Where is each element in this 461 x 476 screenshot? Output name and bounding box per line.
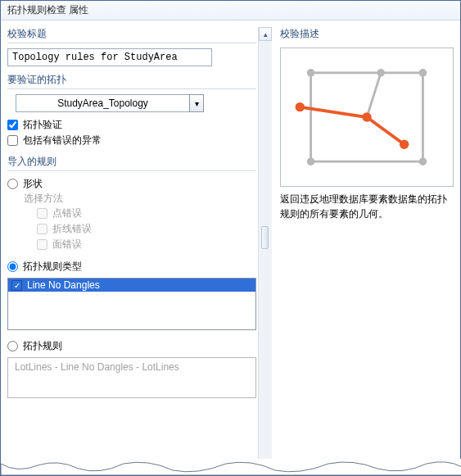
polyline-error-row: 折线错误 — [37, 221, 256, 237]
chevron-down-icon: ▾ — [195, 99, 199, 108]
polyline-error-checkbox — [37, 224, 47, 234]
validate-topology-checkbox-label: 拓扑验证 — [23, 118, 62, 132]
divider — [7, 43, 256, 43]
validate-topology-checkbox[interactable] — [7, 120, 18, 130]
topology-to-validate-label: 要验证的拓扑 — [7, 73, 256, 87]
scrollbar-track[interactable] — [259, 41, 272, 461]
polyline-error-label: 折线错误 — [52, 222, 92, 236]
polygon-error-label: 面错误 — [52, 238, 82, 252]
include-errors-checkbox-label: 包括有错误的异常 — [23, 134, 102, 147]
select-method-label: 选择方法 — [24, 192, 256, 206]
include-errors-checkbox-row[interactable]: 包括有错误的异常 — [7, 133, 256, 148]
svg-point-5 — [377, 69, 385, 77]
rule-placeholder-text: LotLines - Line No Dangles - LotLines — [15, 361, 179, 373]
window-title: 拓扑规则检查 属性 — [1, 1, 460, 20]
section-imported-rules: 导入的规则 形状 选择方法 点错误 折线错误 面错误 — [7, 155, 256, 398]
section-topology-to-validate: 要验证的拓扑 StudyArea_Topology ▾ 拓扑验证 包括有错误的异… — [7, 73, 256, 148]
topology-select[interactable]: StudyArea_Topology ▾ — [16, 94, 204, 112]
rule-preview-image — [280, 48, 454, 187]
shape-radio-label: 形状 — [23, 177, 43, 191]
rule-type-item-checkbox[interactable]: ✓ — [11, 280, 22, 291]
description-text: 返回违反地理数据库要素数据集的拓扑规则的所有要素的几何。 — [280, 192, 454, 221]
svg-point-3 — [307, 157, 315, 165]
point-error-checkbox — [37, 208, 47, 219]
imported-rules-label: 导入的规则 — [7, 155, 256, 169]
section-validate-title: 校验标题 — [7, 27, 256, 66]
description-label: 校验描述 — [280, 27, 454, 41]
rule-type-list-item[interactable]: ✓ Line No Dangles — [8, 279, 255, 292]
torn-edge-decoration — [1, 459, 461, 475]
dialog-body: 校验标题 要验证的拓扑 StudyArea_Topology ▾ 拓扑验证 — [1, 20, 460, 475]
polygon-error-row: 面错误 — [37, 237, 256, 252]
include-errors-checkbox[interactable] — [7, 135, 18, 146]
svg-point-1 — [307, 69, 315, 77]
validate-title-input[interactable] — [7, 48, 212, 66]
point-error-row: 点错误 — [37, 206, 256, 221]
svg-point-8 — [400, 140, 409, 149]
rule-type-item-label: Line No Dangles — [27, 279, 100, 291]
right-panel: 校验描述 返回违反地理数据库要素数据集的拓扑规则的所有要素的几何。 — [273, 27, 454, 475]
rule-type-listbox[interactable]: ✓ Line No Dangles — [7, 278, 256, 330]
left-panel: 校验标题 要验证的拓扑 StudyArea_Topology ▾ 拓扑验证 — [7, 27, 256, 475]
rule-disabled-list: LotLines - Line No Dangles - LotLines — [7, 357, 256, 398]
topology-select-display: StudyArea_Topology — [16, 94, 189, 112]
svg-point-2 — [419, 69, 427, 77]
rule-type-radio[interactable] — [7, 261, 18, 272]
divider — [7, 170, 256, 171]
polygon-error-checkbox — [37, 239, 47, 250]
rule-radio[interactable] — [7, 341, 18, 351]
rule-radio-label: 拓扑规则 — [23, 339, 62, 353]
scroll-up-button[interactable]: ▴ — [259, 27, 272, 41]
svg-point-4 — [419, 157, 427, 165]
rule-radio-row[interactable]: 拓扑规则 — [7, 338, 256, 354]
topology-select-dropdown-button[interactable]: ▾ — [189, 94, 204, 112]
dialog-window: 拓扑规则检查 属性 校验标题 要验证的拓扑 StudyArea_Topology… — [0, 0, 461, 476]
dangle-diagram-icon — [289, 56, 445, 179]
validate-title-label: 校验标题 — [7, 27, 256, 41]
shape-radio[interactable] — [7, 179, 18, 189]
point-error-label: 点错误 — [52, 206, 82, 220]
rule-type-radio-row[interactable]: 拓扑规则类型 — [7, 259, 256, 274]
divider — [7, 88, 256, 89]
validate-topology-checkbox-row[interactable]: 拓扑验证 — [7, 117, 256, 133]
svg-point-7 — [362, 112, 371, 121]
chevron-up-icon: ▴ — [264, 30, 268, 39]
vertical-scrollbar[interactable]: ▴ ▾ — [258, 27, 272, 475]
svg-point-6 — [296, 102, 305, 111]
scrollbar-thumb[interactable] — [261, 226, 269, 249]
shape-radio-row[interactable]: 形状 — [7, 176, 256, 192]
rule-type-radio-label: 拓扑规则类型 — [23, 260, 82, 274]
